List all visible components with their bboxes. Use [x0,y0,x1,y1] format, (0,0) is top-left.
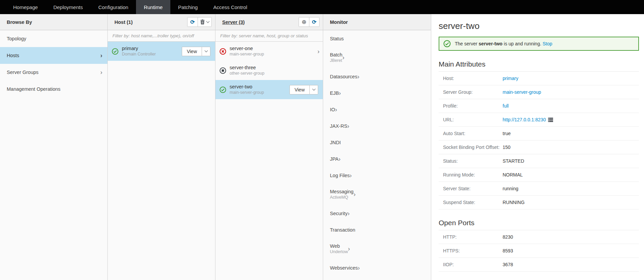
monitor-item-label: Status [330,36,344,42]
server-column-header: Server (3) ⊕ ⟳ [215,14,323,30]
host-filter-row [108,30,215,42]
server-toolbar: ⊕ ⟳ [299,17,319,27]
attr-label: IIOP: [443,262,503,267]
host-row-primary[interactable]: primary Domain Controller View [108,42,215,61]
attr-label: Status: [443,158,503,164]
server-name: server-three [230,65,265,71]
host-filter-input[interactable] [112,33,211,39]
monitor-item-ejb[interactable]: EJB › [323,85,431,101]
attr-row-url: URL: http://127.0.0.1:8230 [439,113,639,127]
monitor-item-label: EJB [330,90,339,96]
view-button[interactable]: View [182,47,202,56]
monitor-item-label: Security [330,210,347,216]
browse-by-column: Browse By Topology Hosts › Server Groups… [0,14,108,280]
server-view-split-button: View [290,85,318,94]
server-row-server-two[interactable]: server-two main-server-group View [215,80,323,99]
monitor-item-transaction[interactable]: Transaction [323,222,431,238]
monitor-item-datasources[interactable]: Datasources › [323,68,431,85]
server-row-text: server-three other-server-group [230,65,265,76]
browse-item-management-operations[interactable]: Management Operations [0,81,107,97]
refresh-button[interactable]: ⟳ [309,17,319,27]
monitor-item-web[interactable]: Web Undertow › [323,238,431,259]
chevron-right-icon: › [353,191,355,197]
chevron-right-icon: › [100,52,102,58]
attr-label: URL: [443,117,503,122]
server-name: server-one [230,46,264,51]
monitor-item-jpa[interactable]: JPA › [323,151,431,167]
view-button[interactable]: View [290,85,310,94]
status-ok-icon [219,86,226,93]
url-link[interactable]: http://127.0.0.1:8230 [503,117,546,122]
monitor-item-io[interactable]: IO › [323,101,431,118]
attr-value: true [503,131,511,136]
attr-row-host: Host: primary [439,72,639,85]
browse-by-title: Browse By [7,19,32,25]
host-column-title: Host (1) [114,19,133,25]
server-subtitle: main-server-group [230,90,264,95]
server-stack-icon[interactable] [548,118,553,122]
monitor-item-security[interactable]: Security › [323,205,431,222]
host-link[interactable]: primary [503,76,518,81]
monitor-column-header: Monitor [323,14,431,30]
monitor-item-label: Webservices [330,265,358,271]
server-row-text: server-one main-server-group [230,46,264,57]
stop-link[interactable]: Stop [543,41,552,46]
nav-item-homepage[interactable]: Homepage [5,0,45,14]
nav-item-patching[interactable]: Patching [170,0,205,14]
host-column-header: Host (1) ⟳ [108,14,215,30]
server-row-server-one[interactable]: server-one main-server-group › [215,42,323,61]
alert-text-before: The server [455,41,479,46]
plus-circle-icon: ⊕ [302,19,306,25]
server-column-title[interactable]: Server (3) [222,19,245,25]
profile-link[interactable]: full [503,103,509,109]
monitor-item-batch[interactable]: Batch JBeret › [323,47,431,68]
attr-row-socket-binding-port-offset: Socket Binding Port Offset: 150 [439,141,639,154]
view-dropdown-button[interactable] [202,47,210,56]
main-attributes-heading: Main Attributes [439,60,639,72]
caret-down-icon [312,87,315,91]
attr-row-status: Status: STARTED [439,154,639,168]
server-group-link[interactable]: main-server-group [503,89,541,95]
top-navbar: Homepage Deployments Configuration Runti… [0,0,644,14]
browse-item-server-groups[interactable]: Server Groups › [0,64,107,81]
monitor-column-title: Monitor [330,19,348,25]
add-server-button[interactable]: ⊕ [299,17,309,27]
browse-by-header: Browse By [0,14,107,30]
monitor-item-messaging[interactable]: Messaging ActiveMQ › [323,184,431,205]
server-filter-input[interactable] [219,33,319,39]
browse-item-topology[interactable]: Topology [0,30,107,47]
host-view-split-button: View [182,47,210,56]
monitor-item-jndi[interactable]: JNDI [323,134,431,151]
chevron-right-icon: › [339,156,341,162]
host-column: Host (1) ⟳ [108,14,215,280]
refresh-icon: ⟳ [190,19,195,25]
refresh-button[interactable]: ⟳ [188,17,198,27]
caret-down-icon [206,20,210,23]
attr-value: 8230 [503,234,513,240]
attr-value: NORMAL [503,172,523,177]
monitor-item-webservices[interactable]: Webservices › [323,259,431,276]
monitor-item-label: Datasources [330,74,357,80]
success-check-icon [443,40,451,47]
nav-item-access-control[interactable]: Access Control [205,0,255,14]
monitor-item-label: Batch [330,52,342,58]
page-title: server-two [439,21,639,31]
browse-item-hosts[interactable]: Hosts › [0,47,107,64]
view-dropdown-button[interactable] [310,85,318,94]
attr-value: 8593 [503,248,513,253]
nav-item-deployments[interactable]: Deployments [45,0,91,14]
chevron-right-icon: › [335,107,337,113]
server-column: Server (3) ⊕ ⟳ server-one main-server-gr… [215,14,323,280]
monitor-item-status[interactable]: Status [323,30,431,47]
monitor-item-log-files[interactable]: Log Files › [323,167,431,184]
attr-label: Running Mode: [443,172,503,177]
status-ok-icon [112,48,118,55]
nav-item-configuration[interactable]: Configuration [91,0,136,14]
prune-dropdown-button[interactable] [198,17,211,27]
server-row-server-three[interactable]: server-three other-server-group [215,61,323,80]
finder-columns: Browse By Topology Hosts › Server Groups… [0,14,644,280]
monitor-item-text: Web Undertow [330,243,348,254]
nav-item-runtime[interactable]: Runtime [136,0,170,14]
refresh-icon: ⟳ [312,19,316,25]
monitor-item-jax-rs[interactable]: JAX-RS › [323,118,431,134]
